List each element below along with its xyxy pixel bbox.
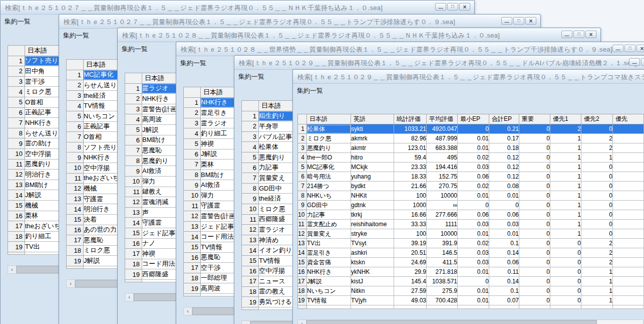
row-number[interactable]: 16 <box>184 252 201 263</box>
table-cell[interactable]: 0.01 <box>458 286 489 296</box>
table-cell[interactable]: 0 <box>519 201 550 210</box>
table-cell[interactable]: 0 <box>519 134 550 143</box>
table-cell[interactable]: 59.4 <box>394 153 427 163</box>
table-cell[interactable]: MCkjk <box>351 163 394 172</box>
close-button[interactable]: × <box>636 45 644 52</box>
table-cell[interactable]: 0.01 <box>489 191 519 201</box>
table-cell[interactable]: 0.14 <box>489 248 519 258</box>
table-cell[interactable]: ミロク悪 <box>307 134 351 143</box>
table-cell[interactable]: 0.01 <box>458 143 489 153</box>
row-number[interactable]: 1 <box>8 56 25 66</box>
table-cell[interactable]: 暗号用法 <box>307 172 351 182</box>
table-cell[interactable]: 194.416 <box>427 163 458 172</box>
table-cell[interactable]: TV出 <box>307 239 351 248</box>
table-cell[interactable]: ∞ <box>427 201 458 210</box>
table-cell[interactable] <box>613 143 644 153</box>
table-cell[interactable]: 0.1 <box>489 286 519 296</box>
table-cell[interactable] <box>613 277 644 286</box>
row-number[interactable]: 2 <box>184 108 201 118</box>
row-number[interactable]: 10 <box>8 148 25 159</box>
table-cell[interactable]: 700.428 <box>427 296 458 305</box>
row-number[interactable]: 19 <box>125 269 142 280</box>
row-number[interactable]: 13 <box>242 235 259 245</box>
table-cell[interactable]: sykti <box>351 124 394 134</box>
table-cell[interactable]: 0 <box>550 277 581 286</box>
row-number[interactable]: 12 <box>8 170 25 180</box>
table-cell[interactable]: 0 <box>519 191 550 201</box>
table-cell[interactable]: 0.17 <box>489 134 519 143</box>
row-number[interactable]: 3 <box>298 143 307 153</box>
row-number[interactable]: 13 <box>8 180 25 190</box>
row-number[interactable]: 14 <box>242 245 259 256</box>
row-number[interactable]: 16 <box>8 211 25 221</box>
row-number[interactable]: 7 <box>242 173 259 184</box>
table-cell[interactable]: 0 <box>519 143 550 153</box>
table-cell[interactable]: Nitkn <box>351 286 394 296</box>
row-number[interactable]: 8 <box>8 128 25 138</box>
row-number[interactable]: 19 <box>67 256 84 266</box>
table-cell[interactable]: 1111 <box>427 220 458 229</box>
row-number[interactable]: 17 <box>242 276 259 287</box>
row-number[interactable]: 11 <box>242 214 259 225</box>
row-number[interactable]: 1 <box>298 124 307 134</box>
row-number[interactable]: 13 <box>125 207 142 218</box>
row-number[interactable]: 12 <box>242 225 259 235</box>
table-cell[interactable]: 1 <box>550 172 581 182</box>
row-number[interactable]: 11 <box>184 201 201 211</box>
table-cell[interactable]: 0 <box>519 124 550 134</box>
table-cell[interactable] <box>613 286 644 296</box>
table-cell[interactable]: 0 <box>550 286 581 296</box>
table-cell[interactable]: 0 <box>581 220 613 229</box>
table-cell[interactable]: stryke <box>351 229 394 239</box>
table-cell[interactable]: 0.06 <box>489 210 519 220</box>
table-cell[interactable]: 0 <box>581 163 613 172</box>
row-number[interactable]: 3 <box>184 118 201 128</box>
row-number[interactable]: 15 <box>184 242 201 252</box>
table-cell[interactable]: 0 <box>519 277 550 286</box>
table-cell[interactable]: 21.66 <box>394 182 427 191</box>
table-cell[interactable]: 0 <box>519 163 550 172</box>
scroll-left-button[interactable]: ‹ <box>67 280 75 287</box>
table-cell[interactable]: 391.9 <box>427 239 458 248</box>
row-number[interactable]: 10 <box>125 176 142 187</box>
table-cell[interactable]: 0 <box>519 239 550 248</box>
table-cell[interactable]: the一郎O <box>307 153 351 163</box>
row-number[interactable]: 16 <box>67 225 84 235</box>
table-cell[interactable]: 0.14 <box>489 277 519 286</box>
table-cell[interactable]: 10000 <box>427 191 458 201</box>
table-cell[interactable]: 0.21 <box>489 124 519 134</box>
table-cell[interactable]: 1 <box>550 134 581 143</box>
row-number[interactable]: 7 <box>184 159 201 170</box>
table-cell[interactable]: 0.01 <box>489 229 519 239</box>
table-cell[interactable] <box>613 163 644 172</box>
table-cell[interactable]: 0.03 <box>458 220 489 229</box>
row-number[interactable]: 11 <box>8 159 25 170</box>
row-number[interactable]: 9 <box>8 138 25 149</box>
table-cell[interactable]: MC記事化 <box>307 163 351 172</box>
close-button[interactable]: × <box>585 31 596 38</box>
row-number[interactable]: 13 <box>67 194 84 204</box>
close-button[interactable]: × <box>525 17 536 25</box>
table-cell[interactable] <box>613 258 644 267</box>
row-number[interactable]: 19 <box>184 283 201 294</box>
table-cell[interactable]: akmrk <box>351 134 394 143</box>
row-number[interactable]: 2 <box>67 80 84 91</box>
row-number[interactable]: 5 <box>184 138 201 149</box>
row-number[interactable]: 8 <box>184 170 201 180</box>
table-cell[interactable]: 0.01 <box>458 296 489 305</box>
maximize-button[interactable]: □ <box>513 17 524 25</box>
table-cell[interactable]: 1 <box>581 277 613 286</box>
row-number[interactable]: 17 <box>125 249 142 259</box>
row-number[interactable]: 8 <box>67 142 84 152</box>
row-number[interactable]: 15 <box>8 200 25 211</box>
table-cell[interactable] <box>613 124 644 134</box>
table-cell[interactable]: 100 <box>394 191 427 201</box>
column-header[interactable]: 最小EP <box>458 114 489 124</box>
row-number[interactable]: 12 <box>67 184 84 194</box>
row-number[interactable]: 9 <box>125 166 142 177</box>
table-cell[interactable]: GD田中 <box>307 201 351 210</box>
table-cell[interactable]: 2 <box>581 258 613 267</box>
scroll-left-button[interactable]: ‹ <box>184 307 192 315</box>
row-number[interactable]: 15 <box>67 214 84 225</box>
table-cell[interactable]: 1 <box>550 163 581 172</box>
